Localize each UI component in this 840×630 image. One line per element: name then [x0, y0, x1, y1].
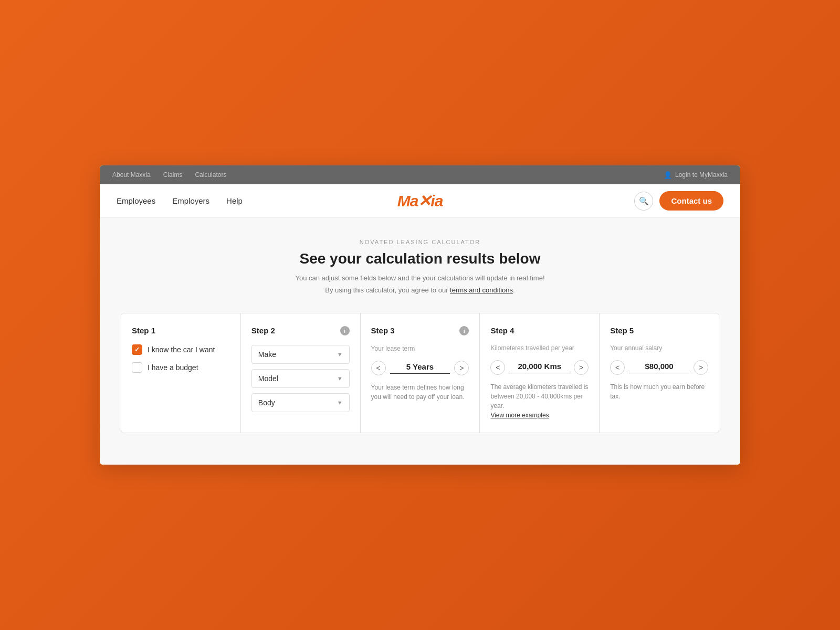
step-4-sublabel: Kilometeres travelled per year — [490, 344, 589, 352]
salary-increment[interactable]: > — [694, 360, 708, 375]
step-2-info-icon[interactable]: i — [340, 326, 350, 335]
option-budget-label: I have a budget — [148, 363, 198, 372]
salary-decrement[interactable]: < — [610, 360, 625, 375]
body-select-row: Body ▼ — [251, 393, 350, 412]
lease-term-stepper: < 5 Years > — [371, 361, 469, 375]
view-examples-link[interactable]: View more examples — [490, 412, 549, 419]
option-budget[interactable]: I have a budget — [132, 362, 230, 373]
lease-term-decrement[interactable]: < — [371, 361, 386, 375]
step-5-panel: Step 5 Your annual salary < $80,000 > Th… — [600, 313, 719, 433]
model-chevron-icon: ▼ — [337, 375, 343, 382]
nav-help[interactable]: Help — [226, 196, 243, 205]
km-value: 20,000 Kms — [509, 362, 570, 373]
step-3-header: Step 3 i — [371, 326, 469, 335]
terms-suffix: . — [513, 286, 515, 294]
page-title: See your calculation results below — [121, 250, 719, 267]
step-5-note: This is how much you earn before tax. — [610, 382, 708, 401]
login-icon: 👤 — [664, 171, 672, 179]
content-area: NOVATED LEASING CALCULATOR See your calc… — [100, 218, 740, 464]
step-4-note: The average kilometers travelled is betw… — [490, 382, 589, 420]
km-stepper: < 20,000 Kms > — [490, 360, 589, 375]
subtitle-line1: You can adjust some fields below and the… — [295, 274, 544, 282]
body-label: Body — [258, 398, 275, 407]
step-1-header: Step 1 — [132, 326, 230, 335]
make-select[interactable]: Make ▼ — [251, 345, 350, 364]
make-label: Make — [258, 350, 276, 359]
main-window: About Maxxia Claims Calculators 👤 Login … — [100, 165, 740, 464]
body-select[interactable]: Body ▼ — [251, 393, 350, 412]
top-bar-left: About Maxxia Claims Calculators — [112, 171, 226, 178]
step-2-label: Step 2 — [251, 326, 275, 335]
model-label: Model — [258, 374, 278, 383]
login-label: Login to MyMaxxia — [675, 171, 728, 178]
lease-term-value: 5 Years — [390, 362, 450, 374]
nav-bar: Employees Employers Help Ma✕xia 🔍 Contac… — [100, 184, 740, 218]
km-increment[interactable]: > — [574, 360, 589, 375]
search-button[interactable]: 🔍 — [634, 192, 653, 211]
step-3-info-icon[interactable]: i — [459, 326, 469, 335]
search-icon: 🔍 — [639, 196, 649, 206]
step-1-panel: Step 1 I know the car I want I have a bu… — [121, 313, 241, 433]
section-label: NOVATED LEASING CALCULATOR — [121, 239, 719, 245]
login-area[interactable]: 👤 Login to MyMaxxia — [664, 171, 728, 179]
salary-value: $80,000 — [629, 362, 689, 373]
step-3-label: Step 3 — [371, 326, 395, 335]
contact-button[interactable]: Contact us — [659, 191, 723, 211]
lease-term-increment[interactable]: > — [454, 361, 469, 375]
step-2-panel: Step 2 i Make ▼ Model ▼ — [241, 313, 361, 433]
make-select-row: Make ▼ — [251, 345, 350, 364]
steps-container: Step 1 I know the car I want I have a bu… — [121, 313, 719, 433]
salary-stepper: < $80,000 > — [610, 360, 708, 375]
nav-employees[interactable]: Employees — [117, 196, 155, 205]
step-5-sublabel: Your annual salary — [610, 344, 708, 352]
make-chevron-icon: ▼ — [337, 351, 343, 358]
step-4-panel: Step 4 Kilometeres travelled per year < … — [480, 313, 600, 433]
step-4-note-text: The average kilometers travelled is betw… — [490, 383, 588, 410]
model-select[interactable]: Model ▼ — [251, 369, 350, 388]
step-4-header: Step 4 — [490, 326, 589, 335]
body-chevron-icon: ▼ — [337, 400, 343, 406]
topbar-claims[interactable]: Claims — [163, 171, 183, 178]
step-3-note: Your lease term defines how long you wil… — [371, 383, 469, 402]
step-4-label: Step 4 — [490, 326, 514, 335]
model-select-row: Model ▼ — [251, 369, 350, 388]
section-subtitle: You can adjust some fields below and the… — [121, 272, 719, 296]
nav-employers[interactable]: Employers — [172, 196, 209, 205]
step-2-header: Step 2 i — [251, 326, 350, 335]
km-decrement[interactable]: < — [490, 360, 505, 375]
subtitle-line2: By using this calculator, you agree to o… — [325, 286, 450, 294]
top-bar: About Maxxia Claims Calculators 👤 Login … — [100, 165, 740, 184]
option-know-car[interactable]: I know the car I want — [132, 344, 230, 355]
step-5-header: Step 5 — [610, 326, 708, 335]
nav-logo: Ma✕xia — [397, 192, 443, 210]
step-1-label: Step 1 — [132, 326, 155, 335]
terms-link[interactable]: terms and conditions — [450, 286, 513, 294]
nav-right: 🔍 Contact us — [634, 191, 723, 211]
nav-left: Employees Employers Help — [117, 196, 243, 205]
step-5-label: Step 5 — [610, 326, 634, 335]
topbar-calculators[interactable]: Calculators — [195, 171, 226, 178]
option-know-car-label: I know the car I want — [148, 345, 215, 354]
step-3-panel: Step 3 i Your lease term < 5 Years > You… — [361, 313, 480, 433]
checkbox-budget[interactable] — [132, 362, 142, 373]
logo-text: Ma✕xia — [397, 192, 443, 209]
step-3-sublabel: Your lease term — [371, 345, 469, 352]
topbar-about[interactable]: About Maxxia — [112, 171, 151, 178]
checkbox-know-car[interactable] — [132, 344, 142, 355]
